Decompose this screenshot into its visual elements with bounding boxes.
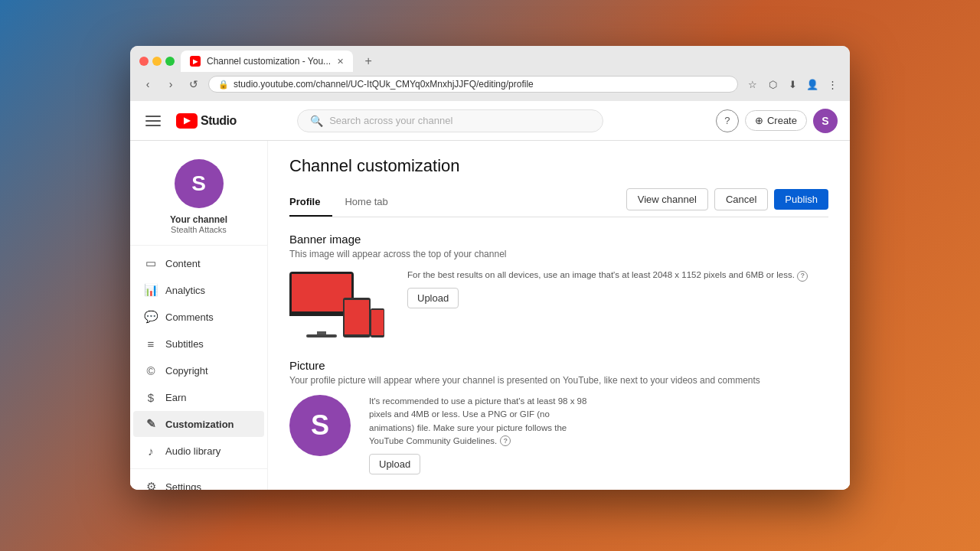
settings-icon: ⚙ bbox=[144, 480, 158, 490]
refresh-button[interactable]: ↺ bbox=[185, 76, 202, 93]
tab-title: Channel customization - You... bbox=[207, 56, 331, 67]
tab-favicon: ▶ bbox=[190, 56, 201, 67]
analytics-icon: 📊 bbox=[144, 283, 158, 297]
sidebar-item-analytics[interactable]: 📊 Analytics bbox=[133, 277, 264, 303]
picture-left-col: S bbox=[289, 395, 351, 456]
tabs-container: Profile Home tab View channel Cancel Pub… bbox=[289, 188, 828, 217]
search-container: 🔍 Search across your channel bbox=[297, 109, 603, 132]
banner-description: This image will appear across the top of… bbox=[289, 249, 828, 259]
picture-title: Picture bbox=[289, 359, 828, 372]
close-traffic-light[interactable] bbox=[139, 57, 149, 66]
tablet-screen bbox=[345, 300, 369, 334]
forward-button[interactable]: › bbox=[162, 76, 179, 93]
tablet-device bbox=[343, 298, 371, 337]
download-button[interactable]: ⬇ bbox=[784, 76, 801, 93]
picture-info-icon[interactable]: ? bbox=[500, 435, 511, 446]
sidebar-label-copyright: Copyright bbox=[165, 365, 208, 377]
picture-info-line3: animations) file. Make sure your picture… bbox=[369, 422, 828, 435]
youtube-icon: ▶ bbox=[176, 113, 198, 129]
main-layout: S Your channel Stealth Attacks ▭ Content… bbox=[130, 141, 850, 490]
sidebar-label-content: Content bbox=[165, 258, 201, 269]
menu-button[interactable] bbox=[142, 109, 167, 133]
studio-logo-text: Studio bbox=[201, 114, 237, 128]
picture-info-line1: It's recommended to use a picture that's… bbox=[369, 395, 828, 408]
publish-button[interactable]: Publish bbox=[774, 189, 828, 210]
traffic-lights bbox=[139, 57, 175, 66]
profile-button[interactable]: 👤 bbox=[804, 76, 821, 93]
view-channel-button[interactable]: View channel bbox=[626, 188, 708, 210]
picture-description: Your profile picture will appear where y… bbox=[289, 375, 828, 386]
back-button[interactable]: ‹ bbox=[139, 76, 156, 93]
ssl-lock-icon: 🔒 bbox=[218, 80, 229, 90]
customization-icon: ✎ bbox=[144, 417, 158, 431]
browser-titlebar: ▶ Channel customization - You... ✕ + bbox=[130, 46, 850, 73]
channel-initial: S bbox=[191, 171, 206, 196]
minimize-traffic-light[interactable] bbox=[152, 57, 162, 66]
sidebar-item-comments[interactable]: 💬 Comments bbox=[133, 304, 264, 330]
channel-info: S Your channel Stealth Attacks bbox=[130, 147, 267, 240]
sidebar-item-subtitles[interactable]: ≡ Subtitles bbox=[133, 331, 264, 357]
sidebar-label-analytics: Analytics bbox=[165, 285, 205, 296]
picture-right-col: It's recommended to use a picture that's… bbox=[369, 395, 828, 474]
cancel-button[interactable]: Cancel bbox=[714, 188, 768, 210]
earn-icon: $ bbox=[144, 390, 158, 404]
bookmark-button[interactable]: ☆ bbox=[744, 76, 761, 93]
more-button[interactable]: ⋮ bbox=[824, 76, 841, 93]
sidebar-label-subtitles: Subtitles bbox=[165, 338, 204, 350]
banner-preview-image bbox=[289, 269, 389, 337]
tab-profile[interactable]: Profile bbox=[289, 190, 332, 217]
sidebar-divider bbox=[130, 245, 267, 246]
help-button[interactable]: ? bbox=[716, 109, 739, 132]
browser-action-buttons: ☆ ⬡ ⬇ 👤 ⋮ bbox=[744, 76, 841, 93]
content-icon: ▭ bbox=[144, 256, 158, 270]
new-tab-button[interactable]: + bbox=[359, 52, 377, 70]
banner-section: Banner image This image will appear acro… bbox=[289, 233, 828, 337]
tab-close-button[interactable]: ✕ bbox=[337, 57, 344, 67]
sidebar-label-audio-library: Audio library bbox=[165, 445, 220, 457]
browser-tab[interactable]: ▶ Channel customization - You... ✕ bbox=[181, 51, 353, 72]
search-icon: 🔍 bbox=[310, 115, 323, 127]
create-plus-icon: ⊕ bbox=[755, 115, 763, 126]
channel-label: Your channel bbox=[170, 214, 227, 225]
channel-avatar[interactable]: S bbox=[175, 159, 224, 208]
tabs-left: Profile Home tab bbox=[289, 190, 400, 216]
banner-info-icon[interactable]: ? bbox=[797, 271, 808, 282]
phone-screen bbox=[371, 310, 384, 335]
user-initial: S bbox=[822, 115, 828, 127]
subtitles-icon: ≡ bbox=[144, 337, 158, 350]
banner-info-text: For the best results on all devices, use… bbox=[407, 270, 795, 279]
sidebar-item-earn[interactable]: $ Earn bbox=[133, 384, 264, 410]
maximize-traffic-light[interactable] bbox=[165, 57, 175, 66]
phone-device bbox=[371, 308, 384, 337]
app-container: ▶ Studio 🔍 Search across your channel ? … bbox=[130, 101, 850, 490]
user-avatar[interactable]: S bbox=[813, 109, 838, 133]
sidebar-label-settings: Settings bbox=[165, 481, 201, 491]
browser-addressbar: ‹ › ↺ 🔒 studio.youtube.com/channel/UC-It… bbox=[130, 73, 850, 101]
banner-upload-button[interactable]: Upload bbox=[407, 288, 459, 308]
banner-right-info: For the best results on all devices, use… bbox=[407, 269, 828, 282]
sidebar: S Your channel Stealth Attacks ▭ Content… bbox=[130, 141, 268, 490]
extensions-button[interactable]: ⬡ bbox=[764, 76, 781, 93]
hamburger-line-3 bbox=[145, 125, 161, 126]
audio-library-icon: ♪ bbox=[144, 444, 158, 458]
sidebar-item-content[interactable]: ▭ Content bbox=[133, 250, 264, 276]
help-icon: ? bbox=[724, 115, 730, 126]
sidebar-item-copyright[interactable]: © Copyright bbox=[133, 357, 264, 383]
address-bar[interactable]: 🔒 studio.youtube.com/channel/UC-ItQUk_CM… bbox=[208, 76, 738, 93]
picture-upload-button[interactable]: Upload bbox=[369, 454, 420, 474]
content-area: Channel customization Profile Home tab V… bbox=[268, 141, 850, 490]
logo[interactable]: ▶ Studio bbox=[176, 113, 237, 129]
create-button[interactable]: ⊕ Create bbox=[745, 110, 807, 131]
picture-info-line4: YouTube Community Guidelines. bbox=[369, 435, 497, 448]
channel-name: Stealth Attacks bbox=[171, 225, 227, 234]
create-label: Create bbox=[767, 115, 797, 126]
copyright-icon: © bbox=[144, 364, 158, 377]
search-bar[interactable]: 🔍 Search across your channel bbox=[297, 109, 603, 132]
sidebar-item-audio-library[interactable]: ♪ Audio library bbox=[133, 438, 264, 464]
hamburger-line-2 bbox=[145, 120, 161, 122]
sidebar-item-customization[interactable]: ✎ Customization bbox=[133, 411, 264, 437]
tabs-actions: View channel Cancel Publish bbox=[626, 188, 828, 217]
sidebar-item-settings[interactable]: ⚙ Settings bbox=[133, 474, 264, 490]
tab-home-tab[interactable]: Home tab bbox=[332, 190, 400, 217]
app-header: ▶ Studio 🔍 Search across your channel ? … bbox=[130, 101, 850, 141]
